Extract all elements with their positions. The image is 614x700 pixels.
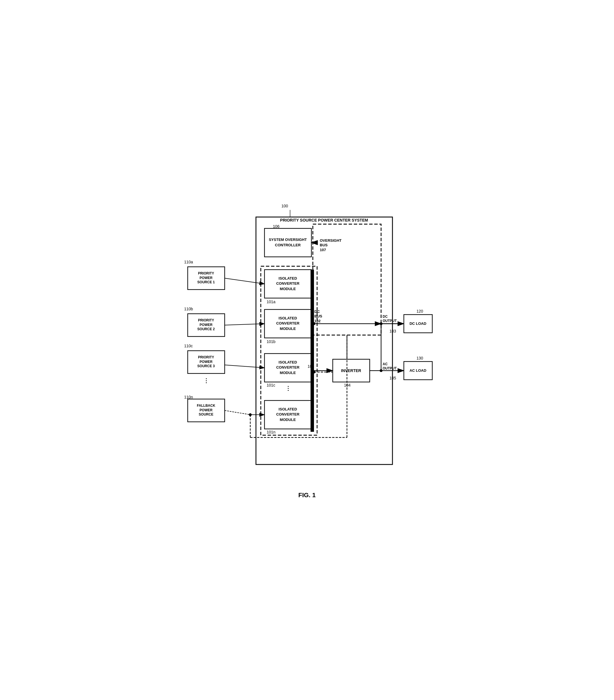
ps2-label: PRIORITYPOWERSOURCE 2 bbox=[188, 314, 225, 337]
icm-a-label: ISOLATEDCONVERTERMODULE bbox=[264, 270, 311, 298]
svg-line-33 bbox=[225, 365, 264, 368]
svg-point-25 bbox=[380, 369, 383, 372]
figure-label: FIG. 1 bbox=[179, 491, 435, 499]
ref-106: 106 bbox=[273, 224, 279, 229]
ps3-label: PRIORITYPOWERSOURCE 3 bbox=[188, 351, 225, 374]
oversight-bus-label: OVERSIGHTBUS107 bbox=[320, 238, 342, 253]
ref-110n: 110n bbox=[184, 395, 193, 399]
main-system-label: PRIORITY SOURCE POWER CENTER SYSTEM bbox=[258, 218, 390, 222]
inverter-label: INVERTER bbox=[333, 359, 370, 382]
dc-load-label: DC LOAD bbox=[404, 315, 432, 333]
ref-101n: 101n bbox=[267, 430, 276, 434]
ref-100: 100 bbox=[281, 204, 288, 208]
svg-line-31 bbox=[225, 324, 264, 325]
soc-label: SYSTEM OVERSIGHT CONTROLLER bbox=[264, 228, 311, 257]
svg-point-19 bbox=[380, 322, 383, 325]
icm-n-label: ISOLATEDCONVERTERMODULE bbox=[264, 400, 311, 429]
ref-108: 108 bbox=[308, 364, 314, 368]
ac-output-label: ACOUTPUT bbox=[383, 362, 397, 371]
ref-101a: 101a bbox=[267, 300, 276, 304]
ref-105: 105 bbox=[390, 376, 396, 380]
diagram-area: 100 PRIORITY SOURCE POWER CENTER SYSTEM … bbox=[179, 201, 435, 486]
dc-output-label: DCOUTPUT bbox=[383, 315, 397, 323]
ref-130: 130 bbox=[417, 356, 423, 360]
ref-101b: 101b bbox=[267, 339, 276, 344]
ref-103: 103 bbox=[390, 329, 396, 333]
ref-110c: 110c bbox=[184, 343, 193, 348]
dc-bus-label: DCBUS102 bbox=[315, 310, 322, 324]
ref-110b: 110b bbox=[184, 307, 193, 311]
icm-ellipsis: ⋮ bbox=[285, 385, 291, 392]
fallback-label: FALLBACKPOWERSOURCE bbox=[188, 399, 225, 422]
ps-ellipsis: ⋮ bbox=[203, 377, 210, 384]
svg-point-15 bbox=[313, 371, 315, 374]
ref-101c: 101c bbox=[267, 383, 275, 387]
ref-104: 104 bbox=[344, 383, 351, 387]
svg-point-36 bbox=[249, 413, 252, 416]
icm-c-label: ISOLATEDCONVERTERMODULE bbox=[264, 353, 311, 382]
ref-110a: 110a bbox=[184, 260, 193, 264]
svg-line-35 bbox=[225, 410, 250, 415]
svg-line-29 bbox=[225, 278, 264, 284]
page-container: 100 PRIORITY SOURCE POWER CENTER SYSTEM … bbox=[179, 201, 435, 499]
ref-120: 120 bbox=[417, 309, 423, 313]
icm-b-label: ISOLATEDCONVERTERMODULE bbox=[264, 310, 311, 338]
ac-load-label: AC LOAD bbox=[404, 362, 432, 380]
ps1-label: PRIORITYPOWERSOURCE 1 bbox=[188, 267, 225, 290]
